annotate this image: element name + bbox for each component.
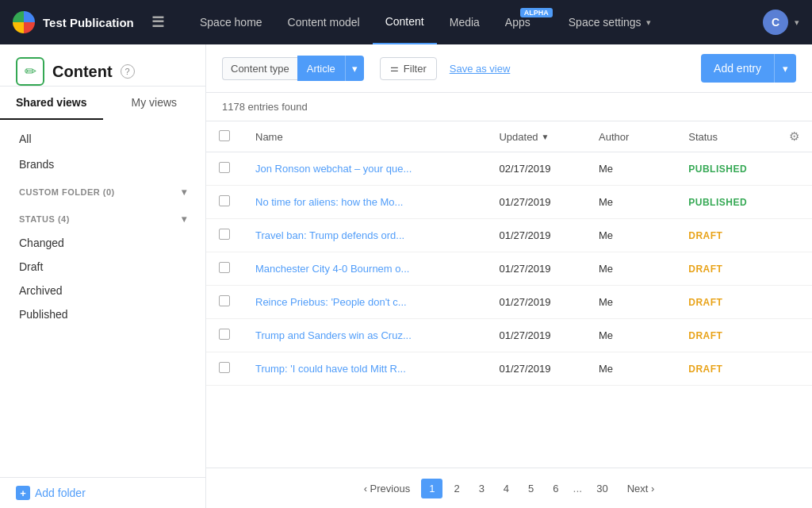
sidebar-item-published[interactable]: Published <box>0 302 205 326</box>
row-status-cell: PUBLISHED <box>676 186 776 219</box>
table-row: Jon Ronson webchat – your que... 02/17/2… <box>206 152 812 186</box>
sidebar-item-archived[interactable]: Archived <box>0 279 205 302</box>
entry-name-link[interactable]: No time for aliens: how the Mo... <box>255 196 403 208</box>
row-checkbox[interactable] <box>219 295 230 306</box>
table-row: Travel ban: Trump defends ord... 01/27/2… <box>206 219 812 252</box>
hamburger-icon[interactable]: ☰ <box>151 13 164 31</box>
entry-name-link[interactable]: Travel ban: Trump defends ord... <box>255 229 404 241</box>
row-checkbox[interactable] <box>219 329 230 340</box>
sidebar-item-brands[interactable]: Brands <box>0 152 205 177</box>
entries-table: Name Updated ▼ Author Status <box>206 121 812 468</box>
next-page-button[interactable]: Next › <box>619 479 663 498</box>
add-folder-button[interactable]: + Add folder <box>0 477 205 508</box>
content-type-select: Content type Article ▾ <box>222 56 364 81</box>
entry-name-link[interactable]: Trump: 'I could have told Mitt R... <box>255 363 406 375</box>
table-row: No time for aliens: how the Mo... 01/27/… <box>206 186 812 219</box>
row-checkbox[interactable] <box>219 362 230 373</box>
row-updated-cell: 01/27/2019 <box>486 252 586 286</box>
entry-name-link[interactable]: Trump and Sanders win as Cruz... <box>255 329 412 341</box>
row-author-cell: Me <box>586 352 676 386</box>
content-icon: ✏ <box>16 57 44 86</box>
entry-name-link[interactable]: Reince Priebus: 'People don't c... <box>255 296 407 308</box>
entry-name-link[interactable]: Jon Ronson webchat – your que... <box>255 163 412 175</box>
add-entry-button[interactable]: Add entry <box>701 54 774 83</box>
row-name-cell: Trump: 'I could have told Mitt R... <box>243 352 486 386</box>
space-settings-caret: ▾ <box>646 17 651 28</box>
article-button[interactable]: Article <box>297 56 345 81</box>
add-entry-dropdown-button[interactable]: ▾ <box>774 54 796 83</box>
avatar-caret[interactable]: ▾ <box>795 17 799 28</box>
status-header[interactable]: STATUS (4) ▾ <box>0 204 205 231</box>
filter-button[interactable]: ⚌ Filter <box>380 57 437 80</box>
row-checkbox-cell <box>206 152 243 186</box>
top-navigation: Test Publication ☰ Space home Content mo… <box>0 0 812 44</box>
page-1-button[interactable]: 1 <box>421 479 442 498</box>
nav-apps[interactable]: Apps ALPHA <box>492 0 556 44</box>
nav-space-settings[interactable]: Space settings ▾ <box>556 0 664 44</box>
th-name: Name <box>243 121 486 152</box>
row-status-cell: DRAFT <box>676 319 776 352</box>
row-author-cell: Me <box>586 186 676 219</box>
sidebar-nav: All Brands CUSTOM FOLDER (0) ▾ STATUS (4… <box>0 120 205 477</box>
row-checkbox[interactable] <box>219 195 230 206</box>
status-badge: PUBLISHED <box>688 164 747 175</box>
status-caret: ▾ <box>182 214 187 225</box>
row-name-cell: Jon Ronson webchat – your que... <box>243 152 486 186</box>
sidebar-title: Content <box>52 63 113 81</box>
row-author-cell: Me <box>586 152 676 186</box>
help-icon[interactable]: ? <box>121 64 135 79</box>
table-body: Jon Ronson webchat – your que... 02/17/2… <box>206 152 812 386</box>
logo-icon <box>13 11 35 33</box>
nav-content[interactable]: Content <box>373 0 437 44</box>
article-dropdown-button[interactable]: ▾ <box>345 56 364 81</box>
row-name-cell: Trump and Sanders win as Cruz... <box>243 319 486 352</box>
avatar[interactable]: C <box>763 10 788 35</box>
nav-media[interactable]: Media <box>437 0 492 44</box>
main-content: Content type Article ▾ ⚌ Filter Save as … <box>206 44 812 508</box>
page-30-button[interactable]: 30 <box>588 479 615 498</box>
row-gear-cell <box>776 219 812 252</box>
row-checkbox[interactable] <box>219 229 230 240</box>
page-4-button[interactable]: 4 <box>496 479 517 498</box>
app-logo[interactable]: Test Publication ☰ <box>13 11 171 33</box>
entry-name-link[interactable]: Manchester City 4-0 Bournem o... <box>255 263 409 275</box>
sidebar-item-changed[interactable]: Changed <box>0 231 205 255</box>
custom-folder-caret: ▾ <box>182 187 187 198</box>
th-settings[interactable]: ⚙ <box>776 121 812 152</box>
page-3-button[interactable]: 3 <box>471 479 492 498</box>
save-as-view-button[interactable]: Save as view <box>446 58 514 79</box>
entries-count: 1178 entries found <box>206 93 812 121</box>
prev-page-button[interactable]: ‹ Previous <box>356 479 419 498</box>
row-updated-cell: 01/27/2019 <box>486 319 586 352</box>
table-settings-icon[interactable]: ⚙ <box>789 129 799 143</box>
tab-shared-views[interactable]: Shared views <box>0 87 103 120</box>
sidebar-item-all[interactable]: All <box>0 126 205 152</box>
row-gear-cell <box>776 152 812 186</box>
filter-icon: ⚌ <box>390 63 399 74</box>
row-author-cell: Me <box>586 319 676 352</box>
page-2-button[interactable]: 2 <box>446 479 467 498</box>
add-entry-group: Add entry ▾ <box>701 54 796 83</box>
row-author-cell: Me <box>586 252 676 286</box>
row-checkbox-cell <box>206 252 243 286</box>
row-status-cell: DRAFT <box>676 286 776 319</box>
tab-my-views[interactable]: My views <box>103 87 206 120</box>
row-checkbox-cell <box>206 352 243 386</box>
nav-space-home[interactable]: Space home <box>187 0 275 44</box>
th-updated[interactable]: Updated ▼ <box>486 121 586 152</box>
page-5-button[interactable]: 5 <box>520 479 542 498</box>
custom-folder-header[interactable]: CUSTOM FOLDER (0) ▾ <box>0 177 205 204</box>
select-all-checkbox[interactable] <box>219 130 230 141</box>
row-name-cell: Reince Priebus: 'People don't c... <box>243 286 486 319</box>
row-name-cell: Travel ban: Trump defends ord... <box>243 219 486 252</box>
app-title: Test Publication <box>43 16 134 29</box>
nav-content-model[interactable]: Content model <box>275 0 373 44</box>
sidebar-item-draft[interactable]: Draft <box>0 255 205 279</box>
row-updated-cell: 01/27/2019 <box>486 219 586 252</box>
sort-icon: ▼ <box>542 133 550 141</box>
row-status-cell: DRAFT <box>676 352 776 386</box>
row-status-cell: DRAFT <box>676 252 776 286</box>
row-checkbox[interactable] <box>219 162 230 173</box>
page-6-button[interactable]: 6 <box>545 479 566 498</box>
row-checkbox[interactable] <box>219 262 230 273</box>
